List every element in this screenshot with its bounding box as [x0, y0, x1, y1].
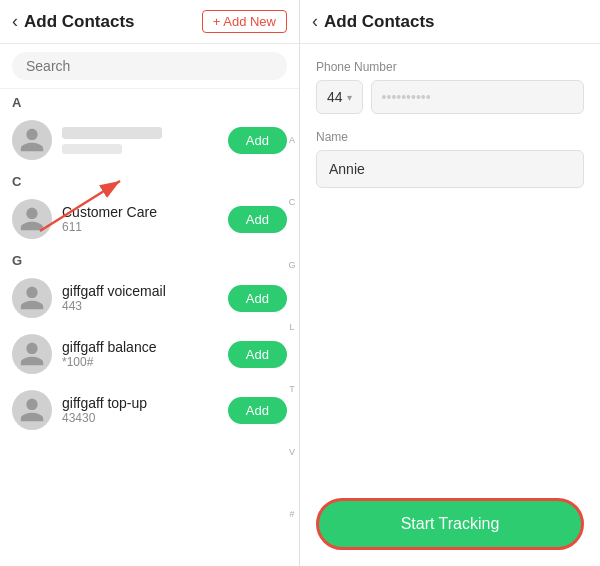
alpha-letter: C — [289, 198, 296, 207]
name-placeholder — [62, 127, 162, 139]
search-bar — [0, 44, 299, 89]
contact-name: giffgaff top-up — [62, 395, 218, 411]
left-header-left: ‹ Add Contacts — [12, 11, 135, 32]
add-contact-button[interactable]: Add — [228, 285, 287, 312]
avatar — [12, 278, 52, 318]
add-contact-button[interactable]: Add — [228, 397, 287, 424]
alpha-letter: G — [288, 261, 295, 270]
left-page-title: Add Contacts — [24, 12, 135, 32]
add-contact-button[interactable]: Add — [228, 127, 287, 154]
alpha-letter: L — [289, 323, 294, 332]
avatar — [12, 120, 52, 160]
contact-item: Add — [0, 112, 299, 168]
add-contact-button[interactable]: Add — [228, 341, 287, 368]
name-input[interactable] — [316, 150, 584, 188]
alpha-index: A C G L T V # — [285, 89, 299, 566]
phone-number-input[interactable] — [371, 80, 584, 114]
contact-number: *100# — [62, 355, 218, 369]
country-code-selector[interactable]: 44 ▾ — [316, 80, 363, 114]
phone-label: Phone Number — [316, 60, 584, 74]
phone-row: 44 ▾ — [316, 80, 584, 114]
section-label-c: C — [0, 168, 299, 191]
contact-name: Customer Care — [62, 204, 218, 220]
section-label-a: A — [0, 89, 299, 112]
search-input[interactable] — [12, 52, 287, 80]
contact-item: Customer Care 611 Add — [0, 191, 299, 247]
right-page-title: Add Contacts — [324, 12, 435, 32]
back-arrow-icon[interactable]: ‹ — [12, 11, 18, 32]
add-contact-button[interactable]: Add — [228, 206, 287, 233]
contact-item: giffgaff voicemail 443 Add — [0, 270, 299, 326]
left-panel: ‹ Add Contacts + Add New A Add — [0, 0, 300, 566]
right-panel: ‹ Add Contacts Phone Number 44 ▾ Name St… — [300, 0, 600, 566]
contact-info: giffgaff voicemail 443 — [62, 283, 218, 313]
contact-name: giffgaff balance — [62, 339, 218, 355]
alpha-letter: V — [289, 448, 295, 457]
contact-item: giffgaff top-up 43430 Add — [0, 382, 299, 438]
contacts-list: A Add C Customer Care 611 — [0, 89, 299, 566]
contact-info: giffgaff balance *100# — [62, 339, 218, 369]
bottom-btn-area: Start Tracking — [300, 482, 600, 566]
left-header: ‹ Add Contacts + Add New — [0, 0, 299, 44]
contact-info: Customer Care 611 — [62, 204, 218, 234]
contact-item: giffgaff balance *100# Add — [0, 326, 299, 382]
right-back-arrow-icon[interactable]: ‹ — [312, 11, 318, 32]
contact-number: 43430 — [62, 411, 218, 425]
start-tracking-button[interactable]: Start Tracking — [316, 498, 584, 550]
contact-info: giffgaff top-up 43430 — [62, 395, 218, 425]
chevron-down-icon: ▾ — [347, 92, 352, 103]
num-placeholder — [62, 144, 122, 154]
alpha-letter: A — [289, 136, 295, 145]
add-new-button[interactable]: + Add New — [202, 10, 287, 33]
contact-name: giffgaff voicemail — [62, 283, 218, 299]
alpha-letter: # — [289, 510, 294, 519]
section-label-g: G — [0, 247, 299, 270]
right-header: ‹ Add Contacts — [300, 0, 600, 44]
avatar — [12, 390, 52, 430]
alpha-letter: T — [289, 385, 295, 394]
form-content: Phone Number 44 ▾ Name — [300, 44, 600, 482]
name-label: Name — [316, 130, 584, 144]
avatar — [12, 334, 52, 374]
country-code-value: 44 — [327, 89, 343, 105]
avatar — [12, 199, 52, 239]
contact-number: 611 — [62, 220, 218, 234]
contact-number: 443 — [62, 299, 218, 313]
contact-info — [62, 127, 218, 154]
